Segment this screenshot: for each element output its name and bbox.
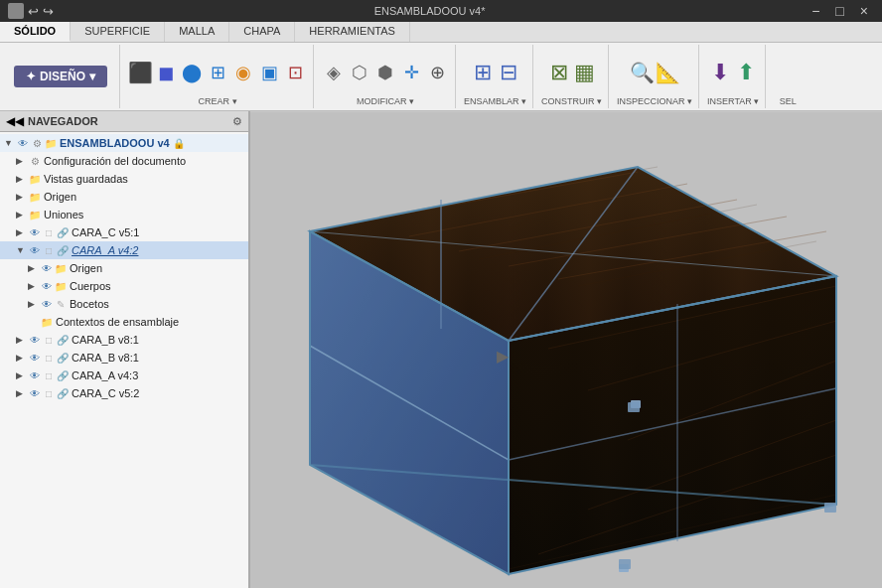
insertar-btn-1[interactable]: ⬇ — [708, 62, 732, 83]
tree-item-cuerpos[interactable]: ▶ 👁 📁 Cuerpos — [0, 277, 248, 295]
crear-btn-3[interactable]: ⬤ — [180, 62, 204, 83]
tree-label-context: Contextos de ensamblaje — [56, 316, 179, 328]
insertar-btn-2[interactable]: ⬆ — [734, 62, 758, 83]
tab-superficie[interactable]: SUPERFICIE — [71, 22, 165, 42]
con-icon-2: ▦ — [574, 60, 595, 85]
crear-btn-6[interactable]: ▣ — [257, 62, 281, 83]
folder-icon-origin: 📁 — [28, 192, 42, 203]
body-icon-cara-b-v81b: □ — [42, 353, 56, 364]
window-title: ENSAMBLADOOU v4* — [54, 5, 806, 17]
crear-icon-3: ⬤ — [182, 62, 202, 83]
modificar-label-text[interactable]: MODIFICAR ▾ — [357, 96, 414, 106]
tree-item-unions[interactable]: ▶ 📁 Uniones — [0, 206, 248, 223]
link-icon-cara-c-v51: 🔗 — [56, 227, 70, 238]
ribbon-group-insertar: ⬇ ⬆ INSERTAR ▾ — [701, 45, 766, 108]
tree-item-views[interactable]: ▶ 📁 Vistas guardadas — [0, 170, 248, 188]
ins-icon-2: 📐 — [656, 61, 680, 84]
eye-icon-root: 👁 — [16, 138, 30, 149]
con-icon-1: ⊠ — [550, 60, 568, 85]
mod-icon-2: ⬡ — [352, 62, 368, 83]
tab-chapa[interactable]: CHAPA — [229, 22, 295, 42]
ensamblar-btn-1[interactable]: ⊞ — [471, 62, 495, 83]
eye-icon-cara-b-v81b: 👁 — [28, 353, 42, 364]
crear-items: ⬛ ◼ ⬤ ⊞ ◉ ▣ ⊡ — [128, 47, 307, 94]
crear-icon-6: ▣ — [261, 62, 278, 83]
ribbon-group-ensamblar: ⊞ ⊟ ENSAMBLAR ▾ — [458, 45, 533, 108]
inspeccionar-label-text[interactable]: INSPECCIONAR ▾ — [617, 96, 692, 106]
insertar-label: INSERTAR ▾ — [707, 94, 759, 106]
link-icon-cara-a-v43: 🔗 — [56, 370, 70, 381]
tab-solido[interactable]: SÓLIDO — [0, 22, 71, 42]
ribbon-content: ✦ DISEÑO ▾ ⬛ ◼ ⬤ ⊞ ◉ ▣ ⊡ CREAR ▾ — [0, 43, 882, 110]
arrow-bocetos: ▶ — [28, 299, 40, 309]
tree-item-bocetos[interactable]: ▶ 👁 ✎ Bocetos — [0, 295, 248, 313]
tree-label-origin2: Origen — [70, 262, 102, 274]
close-button[interactable]: × — [854, 3, 874, 19]
inspeccionar-btn-1[interactable]: 🔍 — [630, 62, 654, 83]
tree-item-cara-b-v81a[interactable]: ▶ 👁 □ 🔗 CARA_B v8:1 — [0, 331, 248, 349]
crear-btn-7[interactable]: ⊡ — [283, 62, 307, 83]
window-controls: − □ × — [806, 3, 874, 19]
tree-label-cara-a-v43: CARA_A v4:3 — [72, 369, 138, 381]
ensamblar-btn-2[interactable]: ⊟ — [497, 62, 520, 83]
navigator-panel: ◀◀ NAVEGADOR ⚙ ▼ 👁 ⚙ 📁 ENSAMBLADOOU v4 🔒… — [0, 111, 250, 588]
modificar-btn-3[interactable]: ⬢ — [373, 62, 397, 83]
crear-btn-5[interactable]: ◉ — [231, 62, 255, 83]
design-label: DISEÑO — [40, 70, 85, 83]
insertar-label-text[interactable]: INSERTAR ▾ — [707, 96, 759, 106]
tree-label-config: Configuración del documento — [44, 155, 186, 167]
crear-btn-2[interactable]: ◼ — [154, 62, 178, 83]
modificar-btn-1[interactable]: ◈ — [322, 62, 346, 83]
arrow-cuerpos: ▶ — [28, 281, 40, 291]
folder-icon-context: 📁 — [40, 317, 54, 328]
tree-label-root: ENSAMBLADOOU v4 — [60, 137, 170, 149]
tree-label-origin: Origen — [44, 191, 76, 203]
quick-access-undo[interactable]: ↩ — [28, 4, 39, 19]
design-icon: ✦ — [26, 70, 36, 83]
crear-label-text[interactable]: CREAR ▾ — [199, 96, 237, 106]
folder-icon-origin2: 📁 — [54, 263, 68, 274]
nav-arrow-left[interactable]: ◀◀ — [6, 114, 24, 128]
arrow-unions: ▶ — [16, 210, 28, 220]
inspeccionar-btn-2[interactable]: 📐 — [656, 62, 679, 83]
tree-item-origin2[interactable]: ▶ 👁 📁 Origen — [0, 259, 248, 277]
tree-item-config[interactable]: ▶ ⚙ Configuración del documento — [0, 152, 248, 170]
modificar-btn-2[interactable]: ⬡ — [348, 62, 371, 83]
settings-icon-config: ⚙ — [28, 156, 42, 167]
minimize-button[interactable]: − — [806, 3, 825, 19]
eye-icon-cara-a-v42: 👁 — [28, 245, 42, 256]
tree-item-origin[interactable]: ▶ 📁 Origen — [0, 188, 248, 206]
tab-malla[interactable]: MALLA — [165, 22, 229, 42]
eye-icon-cara-c-v51: 👁 — [28, 227, 42, 238]
viewport[interactable]: ▶ — [250, 111, 882, 588]
construir-btn-2[interactable]: ▦ — [573, 62, 597, 83]
crear-btn-4[interactable]: ⊞ — [206, 62, 229, 83]
tree-item-cara-a-v42[interactable]: ▼ 👁 □ 🔗 CARA_A v4:2 — [0, 241, 248, 259]
arrow-cara-a-v42: ▼ — [16, 245, 28, 255]
crear-btn-1[interactable]: ⬛ — [128, 62, 152, 83]
link-icon-cara-a-v42: 🔗 — [56, 245, 70, 256]
crear-label: CREAR ▾ — [199, 94, 237, 106]
construir-items: ⊠ ▦ — [547, 47, 597, 94]
maximize-button[interactable]: □ — [829, 3, 849, 19]
insertar-items: ⬇ ⬆ — [708, 47, 758, 94]
panel-collapse-arrow[interactable]: ▶ — [497, 347, 509, 366]
quick-access-redo[interactable]: ↪ — [43, 4, 54, 19]
ribbon-group-construir: ⊠ ▦ CONSTRUIR ▾ — [535, 45, 609, 108]
modificar-btn-5[interactable]: ⊕ — [425, 62, 449, 83]
tree-item-context[interactable]: 📁 Contextos de ensamblaje — [0, 313, 248, 331]
tree-item-root[interactable]: ▼ 👁 ⚙ 📁 ENSAMBLADOOU v4 🔒 — [0, 134, 248, 152]
tab-herramientas[interactable]: HERRAMIENTAS — [295, 22, 410, 42]
construir-label-text[interactable]: CONSTRUIR ▾ — [541, 96, 602, 106]
tree-item-cara-a-v43[interactable]: ▶ 👁 □ 🔗 CARA_A v4:3 — [0, 367, 248, 384]
tree-label-cara-b-v81a: CARA_B v8:1 — [72, 334, 139, 346]
tree-label-views: Vistas guardadas — [44, 173, 128, 185]
tree-item-cara-c-v52[interactable]: ▶ 👁 □ 🔗 CARA_C v5:2 — [0, 384, 248, 402]
tree-item-cara-b-v81b[interactable]: ▶ 👁 □ 🔗 CARA_B v8:1 — [0, 349, 248, 367]
construir-btn-1[interactable]: ⊠ — [547, 62, 571, 83]
modificar-btn-4[interactable]: ✛ — [399, 62, 423, 83]
ensamblar-label-text[interactable]: ENSAMBLAR ▾ — [464, 96, 526, 106]
tree-item-cara-c-v51[interactable]: ▶ 👁 □ 🔗 CARA_C v5:1 — [0, 223, 248, 241]
nav-settings-icon[interactable]: ⚙ — [232, 115, 242, 128]
design-dropdown-button[interactable]: ✦ DISEÑO ▾ — [14, 66, 107, 87]
